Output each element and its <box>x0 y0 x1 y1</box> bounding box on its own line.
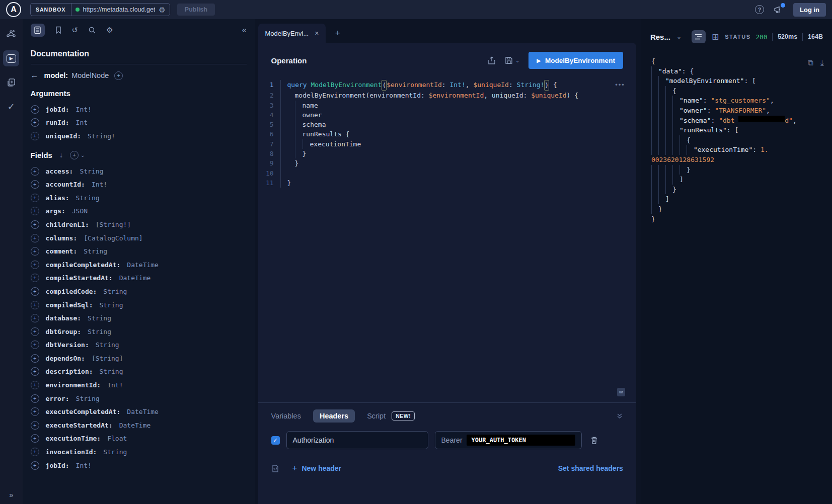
sort-fields-icon[interactable]: ↓ <box>59 151 63 159</box>
field-type-link[interactable]: Float <box>107 435 127 442</box>
field-type-link[interactable]: String <box>100 368 123 375</box>
field-type-link[interactable]: String <box>80 167 103 175</box>
add-to-query-icon[interactable]: + <box>31 314 39 322</box>
field-row[interactable]: +compiledCode:String <box>31 285 247 298</box>
response-title[interactable]: Res... <box>650 33 670 41</box>
add-to-query-icon[interactable]: + <box>31 234 39 242</box>
add-to-query-icon[interactable]: + <box>31 301 39 309</box>
field-row[interactable]: +runId:Int <box>31 116 247 130</box>
header-enabled-checkbox[interactable]: ✓ <box>271 436 280 445</box>
run-operation-button[interactable]: ▶ ModelByEnvironment <box>528 52 623 69</box>
add-to-query-icon[interactable]: + <box>31 105 39 114</box>
tab-script[interactable]: Script <box>367 412 386 420</box>
login-button[interactable]: Log in <box>793 3 826 17</box>
field-row[interactable]: +dbtVersion:String <box>31 339 247 352</box>
field-row[interactable]: +executeStartedAt:DateTime <box>31 418 247 432</box>
add-to-query-icon[interactable]: + <box>31 461 39 470</box>
nav-collections-button[interactable] <box>3 74 19 91</box>
field-type-link[interactable]: String! <box>88 132 115 140</box>
collapse-section-button[interactable] <box>616 412 623 419</box>
add-to-query-icon[interactable]: + <box>31 220 39 229</box>
add-to-query-icon[interactable]: + <box>31 194 39 202</box>
crumb-type-link[interactable]: ModelNode <box>71 71 109 79</box>
add-to-query-icon[interactable]: + <box>31 381 39 389</box>
add-to-query-icon[interactable]: + <box>31 448 39 456</box>
field-row[interactable]: +compileStartedAt:DateTime <box>31 272 247 285</box>
new-tab-button[interactable]: + <box>335 28 340 43</box>
field-type-link[interactable]: String <box>88 328 111 335</box>
field-type-link[interactable]: [String!] <box>96 221 131 228</box>
header-key-input[interactable]: Authorization <box>286 431 428 449</box>
set-shared-headers-button[interactable]: Set shared headers <box>558 464 623 472</box>
field-row[interactable]: +access:String <box>31 164 247 178</box>
field-row[interactable]: +environmentId:Int! <box>31 378 247 392</box>
expand-rail-button[interactable]: » <box>9 490 13 499</box>
field-row[interactable]: +executeCompletedAt:DateTime <box>31 405 247 418</box>
field-type-link[interactable]: String <box>103 448 127 456</box>
add-to-query-icon[interactable]: + <box>31 247 39 256</box>
table-view-button[interactable]: ⊞ <box>712 32 719 42</box>
format-view-button[interactable] <box>692 30 706 43</box>
editor-menu-icon[interactable]: ••• <box>615 81 625 89</box>
field-type-link[interactable]: JSON <box>72 207 88 215</box>
field-row[interactable]: +comment:String <box>31 244 247 258</box>
field-type-link[interactable]: DateTime <box>119 422 151 429</box>
field-type-link[interactable]: String <box>96 341 119 349</box>
help-icon[interactable]: ? <box>755 5 764 14</box>
save-chevron-icon[interactable]: ⌄ <box>515 58 519 63</box>
tab-variables[interactable]: Variables <box>271 412 301 420</box>
add-to-query-icon[interactable]: + <box>31 327 39 336</box>
field-type-link[interactable]: String <box>76 395 100 402</box>
field-row[interactable]: +invocationId:String <box>31 445 247 459</box>
field-type-link[interactable]: [CatalogColumn] <box>84 234 142 242</box>
field-type-link[interactable]: String <box>88 314 111 322</box>
header-value-input[interactable]: Bearer YOUR_AUTH_TOKEN <box>435 431 582 449</box>
field-type-link[interactable]: Int <box>76 119 88 126</box>
saved-operations-button[interactable] <box>55 26 62 34</box>
nav-checks-button[interactable]: ✓ <box>3 99 19 115</box>
add-to-query-icon[interactable]: + <box>31 341 39 349</box>
field-row[interactable]: +jobId:Int! <box>31 103 247 116</box>
publish-button[interactable]: Publish <box>177 4 215 16</box>
announcements-button[interactable] <box>773 5 784 15</box>
download-response-button[interactable]: ⤓ <box>820 58 824 67</box>
new-header-button[interactable]: + New header <box>292 463 342 473</box>
add-to-query-icon[interactable]: + <box>31 274 39 282</box>
docs-settings-button[interactable]: ⚙ <box>106 26 113 35</box>
tab-headers[interactable]: Headers <box>313 409 355 423</box>
delete-header-button[interactable] <box>590 436 598 445</box>
endpoint-url-field[interactable]: https://metadata.cloud.get ⚙ <box>71 4 170 16</box>
add-to-query-icon[interactable]: + <box>31 367 39 376</box>
keyboard-shortcuts-icon[interactable]: ⌨ <box>617 388 625 396</box>
field-row[interactable]: +compileCompletedAt:DateTime <box>31 258 247 272</box>
field-type-link[interactable]: DateTime <box>119 274 151 282</box>
field-row[interactable]: +compiledSql:String <box>31 298 247 312</box>
field-row[interactable]: +executionTime:Float <box>31 432 247 446</box>
add-to-query-icon[interactable]: + <box>31 434 39 443</box>
nav-explorer-button[interactable]: ▶ <box>3 50 19 66</box>
field-row[interactable]: +database:String <box>31 311 247 325</box>
field-row[interactable]: +args:JSON <box>31 205 247 218</box>
add-to-query-icon[interactable]: + <box>31 167 39 176</box>
copy-response-button[interactable]: ⧉ <box>808 58 813 67</box>
field-row[interactable]: +error:String <box>31 392 247 405</box>
field-type-link[interactable]: DateTime <box>127 261 159 269</box>
add-field-icon[interactable]: + <box>114 71 123 80</box>
field-type-link[interactable]: String <box>103 288 127 295</box>
add-to-query-icon[interactable]: + <box>31 421 39 430</box>
collapse-docs-button[interactable]: « <box>242 26 247 35</box>
search-button[interactable] <box>88 26 96 34</box>
add-to-query-icon[interactable]: + <box>31 180 39 189</box>
field-row[interactable]: +childrenL1:[String!] <box>31 218 247 231</box>
auth-token-value[interactable]: YOUR_AUTH_TOKEN <box>467 435 575 446</box>
endpoint-url[interactable]: https://metadata.cloud.get <box>83 6 156 13</box>
field-type-link[interactable]: [String] <box>92 355 123 362</box>
history-button[interactable]: ↺ <box>72 26 79 35</box>
save-operation-button[interactable]: ⌄ <box>505 56 519 64</box>
field-row[interactable]: +jobId:Int! <box>31 459 247 472</box>
field-row[interactable]: +columns:[CatalogColumn] <box>31 231 247 245</box>
field-row[interactable]: +uniqueId:String! <box>31 129 247 143</box>
field-type-link[interactable]: String <box>76 194 100 202</box>
field-type-link[interactable]: String <box>100 301 123 309</box>
add-to-query-icon[interactable]: + <box>31 261 39 269</box>
